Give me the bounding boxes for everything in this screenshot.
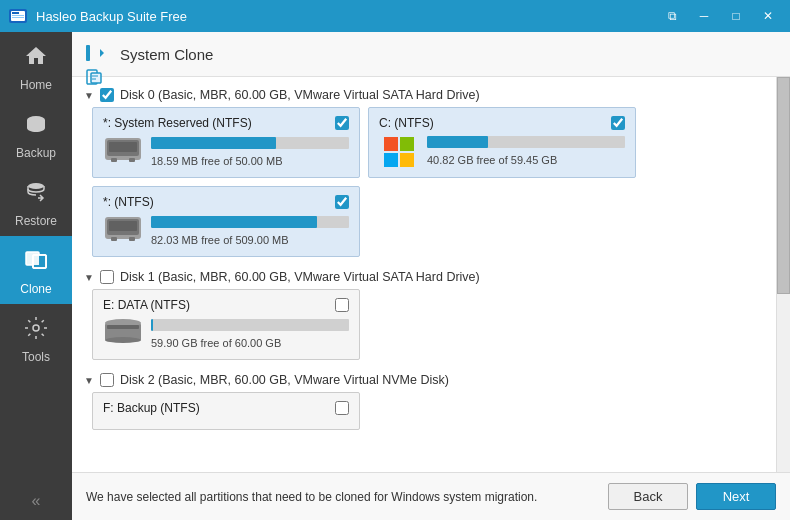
disk-2-collapse-arrow[interactable]: ▼ [84, 375, 94, 386]
partition-1-0-free: 59.90 GB free of 60.00 GB [151, 337, 281, 349]
partition-1-0-name: E: DATA (NTFS) [103, 298, 190, 312]
partition-card-0-2: *: (NTFS) [92, 186, 360, 257]
disk-0-collapse-arrow[interactable]: ▼ [84, 90, 94, 101]
svg-rect-28 [129, 237, 135, 241]
disk-0-partitions: *: System Reserved (NTFS) [84, 107, 772, 257]
partition-0-2-name: *: (NTFS) [103, 195, 154, 209]
sidebar-item-backup-label: Backup [16, 146, 56, 160]
svg-rect-4 [12, 17, 24, 18]
drive-1-0-icon [103, 318, 143, 351]
footer-message: We have selected all partitions that nee… [86, 490, 608, 504]
partition-0-1-free: 40.82 GB free of 59.45 GB [427, 154, 557, 166]
system-clone-icon [86, 42, 110, 66]
titlebar-controls: ⧉ ─ □ ✕ [658, 5, 782, 27]
partition-2-0-name: F: Backup (NTFS) [103, 401, 200, 415]
sidebar-item-tools[interactable]: Tools [0, 304, 72, 372]
content-area: System Clone ▼ Disk 0 (Basic, MBR, 60.00… [72, 32, 790, 520]
svg-point-11 [33, 325, 39, 331]
disk-group-2: ▼ Disk 2 (Basic, MBR, 60.00 GB, VMware V… [84, 370, 772, 430]
partition-0-1-checkbox[interactable] [611, 116, 625, 130]
sidebar-item-home[interactable]: Home [0, 32, 72, 100]
partition-0-2-checkbox[interactable] [335, 195, 349, 209]
svg-point-6 [28, 183, 44, 189]
sidebar-item-backup[interactable]: Backup [0, 100, 72, 168]
svg-rect-18 [111, 158, 117, 162]
footer-buttons: Back Next [608, 483, 776, 510]
partition-card-0-0: *: System Reserved (NTFS) [92, 107, 360, 178]
disk-0-checkbox[interactable] [100, 88, 114, 102]
partition-0-0-free: 18.59 MB free of 50.00 MB [151, 155, 282, 167]
disk-group-0: ▼ Disk 0 (Basic, MBR, 60.00 GB, VMware V… [84, 85, 772, 257]
svg-rect-2 [12, 12, 19, 14]
next-button[interactable]: Next [696, 483, 776, 510]
partition-0-1-bar [427, 136, 488, 148]
sidebar-item-tools-label: Tools [22, 350, 50, 364]
scrollbar-thumb[interactable] [777, 77, 790, 294]
tools-icon [24, 316, 48, 346]
clone-icon [24, 248, 48, 278]
disk-group-1: ▼ Disk 1 (Basic, MBR, 60.00 GB, VMware V… [84, 267, 772, 360]
disk-1-title: Disk 1 (Basic, MBR, 60.00 GB, VMware Vir… [120, 270, 480, 284]
titlebar: Hasleo Backup Suite Free ⧉ ─ □ ✕ [0, 0, 790, 32]
page-header: System Clone [72, 32, 790, 77]
disk-list[interactable]: ▼ Disk 0 (Basic, MBR, 60.00 GB, VMware V… [72, 77, 790, 472]
partition-0-0-checkbox[interactable] [335, 116, 349, 130]
svg-rect-21 [400, 137, 414, 151]
backup-icon [24, 112, 48, 142]
svg-rect-12 [86, 45, 90, 61]
footer: We have selected all partitions that nee… [72, 472, 790, 520]
svg-rect-22 [384, 153, 398, 167]
sidebar-item-clone-label: Clone [20, 282, 51, 296]
sidebar-item-restore[interactable]: Restore [0, 168, 72, 236]
disk-1-partitions: E: DATA (NTFS) [84, 289, 772, 360]
partition-0-0-bar [151, 137, 276, 149]
minimize-button[interactable]: ─ [690, 5, 718, 27]
sidebar-item-clone[interactable]: Clone [0, 236, 72, 304]
maximize-button[interactable]: □ [722, 5, 750, 27]
drive-0-0-icon [103, 136, 143, 169]
restore-down-button[interactable]: ⧉ [658, 5, 686, 27]
back-button[interactable]: Back [608, 483, 688, 510]
scrollbar-track[interactable] [776, 77, 790, 472]
svg-rect-26 [109, 221, 137, 231]
svg-rect-20 [384, 137, 398, 151]
svg-point-32 [105, 337, 141, 343]
partition-1-0-checkbox[interactable] [335, 298, 349, 312]
disk-2-checkbox[interactable] [100, 373, 114, 387]
sidebar: Home Backup Restore [0, 32, 72, 520]
sidebar-item-home-label: Home [20, 78, 52, 92]
svg-rect-31 [107, 325, 139, 329]
disk-2-title: Disk 2 (Basic, MBR, 60.00 GB, VMware Vir… [120, 373, 449, 387]
partition-0-2-bar [151, 216, 317, 228]
disk-1-header: ▼ Disk 1 (Basic, MBR, 60.00 GB, VMware V… [84, 267, 772, 289]
disk-0-header: ▼ Disk 0 (Basic, MBR, 60.00 GB, VMware V… [84, 85, 772, 107]
partition-card-2-0: F: Backup (NTFS) [92, 392, 360, 430]
disk-1-collapse-arrow[interactable]: ▼ [84, 272, 94, 283]
close-button[interactable]: ✕ [754, 5, 782, 27]
partition-2-0-checkbox[interactable] [335, 401, 349, 415]
page-title: System Clone [120, 46, 213, 63]
partition-0-1-name: C: (NTFS) [379, 116, 434, 130]
svg-rect-17 [109, 142, 137, 152]
partition-0-0-name: *: System Reserved (NTFS) [103, 116, 252, 130]
app-title: Hasleo Backup Suite Free [36, 9, 658, 24]
restore-icon [24, 180, 48, 210]
windows-logo-icon [379, 137, 419, 167]
drive-0-2-icon [103, 215, 143, 248]
svg-rect-23 [400, 153, 414, 167]
partition-card-1-0: E: DATA (NTFS) [92, 289, 360, 360]
disk-2-partitions: F: Backup (NTFS) [84, 392, 772, 430]
svg-rect-27 [111, 237, 117, 241]
home-icon [24, 44, 48, 74]
svg-rect-3 [12, 15, 24, 16]
svg-rect-19 [129, 158, 135, 162]
partition-0-2-free: 82.03 MB free of 509.00 MB [151, 234, 289, 246]
partition-card-0-1: C: (NTFS) [368, 107, 636, 178]
partition-1-0-bar [151, 319, 153, 331]
sidebar-collapse[interactable]: « [0, 482, 72, 520]
disk-1-checkbox[interactable] [100, 270, 114, 284]
disk-0-title: Disk 0 (Basic, MBR, 60.00 GB, VMware Vir… [120, 88, 480, 102]
sidebar-item-restore-label: Restore [15, 214, 57, 228]
disk-2-header: ▼ Disk 2 (Basic, MBR, 60.00 GB, VMware V… [84, 370, 772, 392]
app-icon [8, 6, 28, 26]
